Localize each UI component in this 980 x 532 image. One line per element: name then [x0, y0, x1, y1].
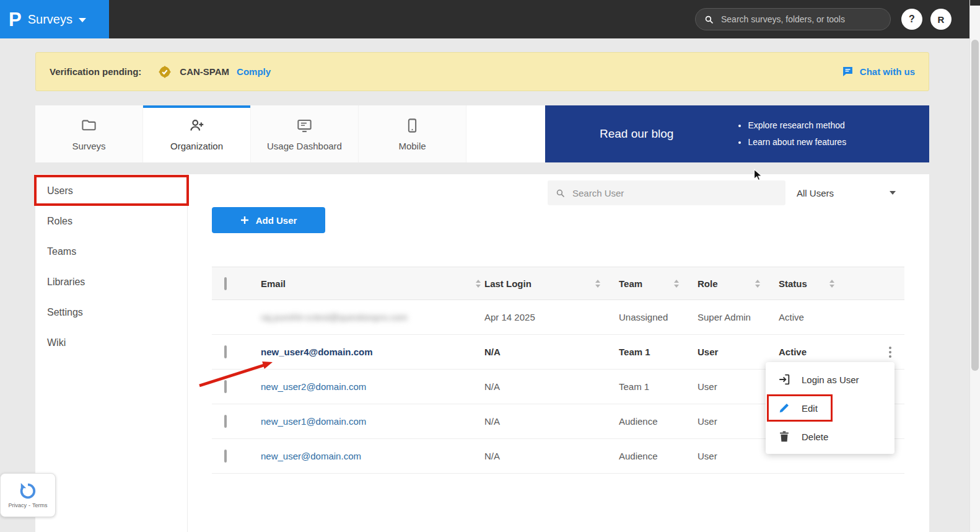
top-bar: P Surveys ? R: [0, 0, 980, 38]
select-all-checkbox[interactable]: [224, 277, 227, 290]
search-icon: [704, 14, 714, 25]
tab-mobile[interactable]: Mobile: [359, 105, 466, 162]
tab-label: Surveys: [72, 141, 105, 151]
role-cell: User: [683, 381, 764, 392]
recaptcha-separator: -: [28, 502, 30, 508]
chat-label: Chat with us: [860, 66, 915, 77]
comply-link[interactable]: Comply: [237, 66, 271, 77]
role-cell: User: [683, 347, 764, 357]
role-cell: User: [683, 451, 764, 461]
team-cell: Audience: [604, 451, 683, 461]
sort-status[interactable]: [829, 280, 834, 288]
user-search-input[interactable]: [571, 187, 778, 199]
menu-item-label: Delete: [802, 432, 828, 442]
tab-surveys[interactable]: Surveys: [35, 105, 143, 162]
tab-usage-dashboard[interactable]: Usage Dashboard: [251, 105, 359, 162]
add-user-button[interactable]: Add User: [212, 207, 325, 233]
table-header-row: Email Last Login Team Role Status: [212, 267, 904, 300]
column-header-team: Team: [619, 278, 642, 289]
sidebar-item-settings[interactable]: Settings: [35, 297, 187, 327]
trash-icon: [777, 430, 791, 443]
menu-item-login-as-user[interactable]: Login as User: [766, 365, 895, 394]
sidebar-item-roles[interactable]: Roles: [35, 206, 187, 236]
last-login-cell: N/A: [484, 451, 604, 461]
recaptcha-icon: [19, 482, 37, 500]
page-scrollbar[interactable]: [969, 0, 980, 532]
folder-icon: [81, 117, 97, 134]
brand-logo: P: [9, 10, 22, 29]
role-cell: Super Admin: [683, 312, 764, 322]
email-cell: raj.purohit-cctest@questionpro.com: [261, 312, 484, 322]
row-actions-menu: Login as User Edit Delete: [766, 362, 895, 454]
organization-sidebar: Users Roles Teams Libraries Settings Wik…: [35, 174, 188, 532]
last-login-cell: N/A: [484, 381, 604, 392]
blog-title: Read our blog: [600, 127, 673, 141]
row-checkbox[interactable]: [224, 415, 227, 428]
tab-organization[interactable]: Organization: [143, 105, 251, 162]
email-link[interactable]: new_user4@domain.com: [261, 347, 373, 357]
email-link[interactable]: new_user1@domain.com: [261, 416, 366, 427]
module-tabs: Surveys Organization Usage Dashboard Mob…: [35, 105, 545, 162]
product-name: Surveys: [28, 12, 72, 27]
menu-item-label: Login as User: [802, 375, 859, 385]
row-checkbox[interactable]: [224, 450, 227, 463]
sidebar-item-label: Teams: [47, 246, 76, 257]
user-search[interactable]: [548, 180, 785, 205]
email-link[interactable]: new_user2@domain.com: [261, 381, 366, 392]
column-header-last-login: Last Login: [484, 278, 532, 289]
row-checkbox[interactable]: [224, 345, 227, 358]
menu-item-edit[interactable]: Edit: [766, 394, 895, 422]
row-checkbox[interactable]: [224, 380, 227, 393]
tab-label: Usage Dashboard: [267, 141, 342, 151]
chevron-down-icon: [79, 18, 86, 22]
app-root: P Surveys ? R Verification pending: CAN-…: [0, 0, 980, 532]
sidebar-item-teams[interactable]: Teams: [35, 236, 187, 267]
last-login-cell: N/A: [484, 416, 604, 427]
status-cell: Active: [764, 347, 838, 357]
team-cell: Audience: [604, 416, 683, 427]
menu-item-delete[interactable]: Delete: [766, 422, 895, 451]
blog-bullet: Explore research method: [748, 117, 846, 134]
verification-seal-icon: [157, 64, 172, 79]
user-filter-dropdown[interactable]: All Users: [797, 180, 899, 205]
sort-team[interactable]: [674, 280, 679, 288]
chat-bubble-icon: [841, 65, 854, 78]
recaptcha-badge: Privacy - Terms: [0, 473, 56, 517]
blog-promo-panel[interactable]: Read our blog Explore research method Le…: [545, 105, 929, 162]
sidebar-item-label: Wiki: [47, 337, 66, 348]
team-cell: Unassigned: [604, 312, 683, 322]
sidebar-item-label: Settings: [47, 307, 83, 318]
recaptcha-privacy-link[interactable]: Privacy: [8, 502, 27, 508]
help-button[interactable]: ?: [901, 9, 922, 30]
sidebar-item-libraries[interactable]: Libraries: [35, 267, 187, 297]
scrollbar-thumb[interactable]: [971, 40, 979, 371]
can-spam-label: CAN-SPAM: [180, 66, 229, 77]
sidebar-item-label: Users: [47, 185, 73, 197]
column-header-email: Email: [261, 278, 286, 289]
add-user-label: Add User: [256, 215, 297, 226]
global-search-input[interactable]: [720, 14, 882, 25]
sidebar-item-users[interactable]: Users: [35, 175, 187, 206]
sort-role[interactable]: [755, 280, 760, 288]
sort-email[interactable]: [476, 280, 481, 288]
sort-last-login[interactable]: [595, 280, 600, 288]
sidebar-item-label: Libraries: [47, 277, 85, 288]
avatar[interactable]: R: [930, 9, 952, 30]
recaptcha-terms-link[interactable]: Terms: [32, 502, 48, 508]
column-header-role: Role: [698, 278, 718, 289]
last-login-cell: N/A: [484, 347, 604, 357]
team-cell: Team 1: [604, 381, 683, 392]
global-search[interactable]: [695, 8, 891, 30]
row-actions-kebab-icon[interactable]: [886, 344, 895, 361]
column-header-status: Status: [779, 278, 807, 289]
scrollbar-cap: [970, 0, 980, 6]
sidebar-item-wiki[interactable]: Wiki: [35, 327, 187, 358]
last-login-cell: Apr 14 2025: [484, 312, 604, 322]
avatar-initial: R: [938, 14, 945, 25]
product-switcher[interactable]: P Surveys: [0, 0, 109, 38]
team-cell: Team 1: [604, 347, 683, 357]
chat-with-us-link[interactable]: Chat with us: [841, 65, 915, 78]
user-filter-value: All Users: [797, 188, 834, 198]
email-link[interactable]: new_user@domain.com: [261, 451, 361, 461]
verification-label: Verification pending:: [50, 66, 141, 77]
